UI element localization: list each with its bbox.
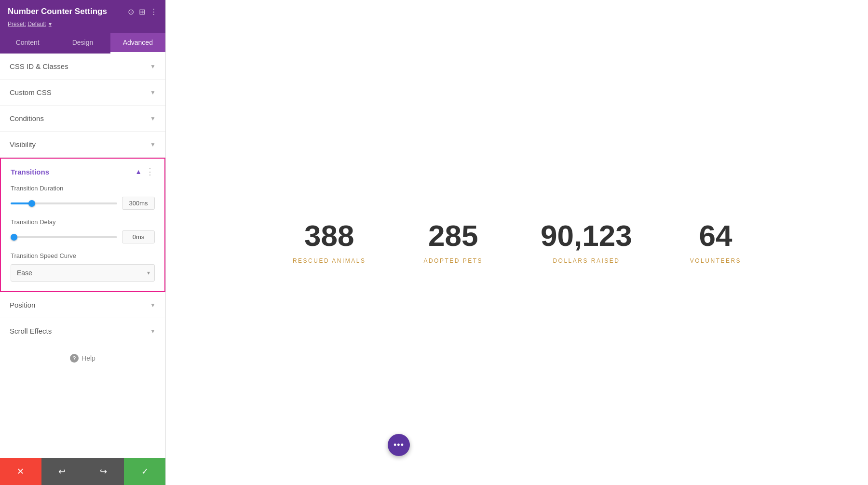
section-position[interactable]: Position ▼	[0, 292, 165, 318]
undo-button[interactable]: ↩	[41, 458, 83, 485]
settings-icon[interactable]: ⊙	[128, 7, 134, 16]
section-position-label: Position	[10, 301, 35, 309]
stat-label-volunteers: VOLUNTEERS	[690, 257, 741, 264]
save-button[interactable]: ✓	[124, 458, 165, 485]
preset-chevron[interactable]: ▾	[49, 21, 52, 27]
save-icon: ✓	[141, 466, 149, 477]
transitions-more-icon[interactable]: ⋮	[146, 166, 155, 177]
transition-duration-input[interactable]: 300ms	[122, 197, 155, 210]
tabs-bar: Content Design Advanced	[0, 33, 165, 54]
tab-advanced[interactable]: Advanced	[110, 33, 165, 54]
cancel-button[interactable]: ✕	[0, 458, 41, 485]
preset-label: Preset: Default ▾	[8, 21, 52, 27]
stat-number-dollars: 90,123	[541, 221, 632, 251]
transition-delay-thumb[interactable]	[11, 234, 17, 241]
transition-speed-curve-row: Transition Speed Curve Ease Linear Ease …	[11, 252, 155, 282]
transitions-header-icons: ▲ ⋮	[135, 166, 155, 177]
preset-row: Preset: Default ▾	[8, 19, 158, 28]
transition-delay-track	[11, 236, 117, 238]
section-custom-css[interactable]: Custom CSS ▼	[0, 80, 165, 106]
sidebar-scrollable: CSS ID & Classes ▼ Custom CSS ▼ Conditio…	[0, 54, 165, 458]
preset-value[interactable]: Default	[27, 21, 46, 27]
transition-delay-track-bg	[11, 236, 117, 238]
section-visibility-label: Visibility	[10, 140, 36, 148]
sidebar: Number Counter Settings ⊙ ⊞ ⋮ Preset: De…	[0, 0, 166, 485]
transitions-body: Transition Duration 300ms Transition D	[1, 183, 164, 291]
stat-rescued-animals: 388 RESCUED ANIMALS	[293, 221, 366, 264]
section-conditions[interactable]: Conditions ▼	[0, 106, 165, 132]
section-custom-css-label: Custom CSS	[10, 88, 52, 96]
chevron-position: ▼	[150, 302, 156, 309]
floating-dots-icon: •••	[393, 440, 404, 450]
help-icon: ?	[70, 354, 79, 363]
transition-duration-thumb[interactable]	[28, 200, 35, 207]
sidebar-header: Number Counter Settings ⊙ ⊞ ⋮ Preset: De…	[0, 0, 165, 33]
transition-delay-row: Transition Delay 0ms	[11, 218, 155, 243]
transitions-title: Transitions	[11, 168, 49, 176]
stat-volunteers: 64 VOLUNTEERS	[690, 221, 741, 264]
stat-label-rescued: RESCUED ANIMALS	[293, 257, 366, 264]
stat-number-adopted: 285	[423, 221, 483, 251]
tab-design[interactable]: Design	[55, 33, 110, 54]
transition-duration-control: 300ms	[11, 197, 155, 210]
transitions-section: Transitions ▲ ⋮ Transition Duration	[0, 158, 165, 292]
help-label: Help	[81, 354, 95, 362]
header-icons: ⊙ ⊞ ⋮	[128, 7, 158, 16]
tab-content[interactable]: Content	[0, 33, 55, 54]
transition-speed-curve-label: Transition Speed Curve	[11, 252, 155, 259]
redo-button[interactable]: ↪	[83, 458, 124, 485]
transition-delay-control: 0ms	[11, 230, 155, 243]
transition-duration-track-bg	[11, 202, 117, 204]
redo-icon: ↪	[100, 466, 107, 477]
stat-dollars-raised: 90,123 DOLLARS RAISED	[541, 221, 632, 264]
section-css-id-classes[interactable]: CSS ID & Classes ▼	[0, 54, 165, 80]
transition-duration-track	[11, 202, 117, 204]
grid-icon[interactable]: ⊞	[139, 7, 145, 16]
transition-delay-label: Transition Delay	[11, 218, 155, 226]
floating-action-button[interactable]: •••	[388, 434, 410, 456]
settings-title: Number Counter Settings	[8, 7, 107, 16]
transition-delay-input[interactable]: 0ms	[122, 230, 155, 243]
chevron-visibility: ▼	[150, 141, 156, 148]
stat-label-adopted: ADOPTED PETS	[423, 257, 483, 264]
undo-icon: ↩	[58, 466, 66, 477]
stat-label-dollars: DOLLARS RAISED	[541, 257, 632, 264]
bottom-toolbar: ✕ ↩ ↪ ✓	[0, 458, 165, 485]
transition-duration-label: Transition Duration	[11, 185, 155, 192]
section-scroll-effects-label: Scroll Effects	[10, 327, 52, 335]
transition-duration-row: Transition Duration 300ms	[11, 185, 155, 210]
main-content: 388 RESCUED ANIMALS 285 ADOPTED PETS 90,…	[166, 0, 868, 485]
stat-number-volunteers: 64	[690, 221, 741, 251]
stat-number-rescued: 388	[293, 221, 366, 251]
stats-row: 388 RESCUED ANIMALS 285 ADOPTED PETS 90,…	[293, 221, 741, 264]
chevron-conditions: ▼	[150, 115, 156, 122]
stat-adopted-pets: 285 ADOPTED PETS	[423, 221, 483, 264]
chevron-custom-css: ▼	[150, 89, 156, 96]
transition-speed-curve-wrap: Ease Linear Ease In Ease Out Ease In Out…	[11, 264, 155, 282]
section-scroll-effects[interactable]: Scroll Effects ▼	[0, 318, 165, 344]
cancel-icon: ✕	[17, 466, 24, 477]
transition-speed-curve-select[interactable]: Ease Linear Ease In Ease Out Ease In Out	[11, 264, 155, 282]
chevron-scroll-effects: ▼	[150, 328, 156, 335]
section-visibility[interactable]: Visibility ▼	[0, 132, 165, 158]
section-conditions-label: Conditions	[10, 114, 44, 122]
more-options-icon[interactable]: ⋮	[150, 7, 158, 16]
transitions-collapse-icon[interactable]: ▲	[135, 168, 142, 175]
help-row[interactable]: ? Help	[0, 344, 165, 372]
transitions-header: Transitions ▲ ⋮	[1, 159, 164, 183]
chevron-css-id-classes: ▼	[150, 63, 156, 70]
section-css-id-classes-label: CSS ID & Classes	[10, 62, 68, 70]
